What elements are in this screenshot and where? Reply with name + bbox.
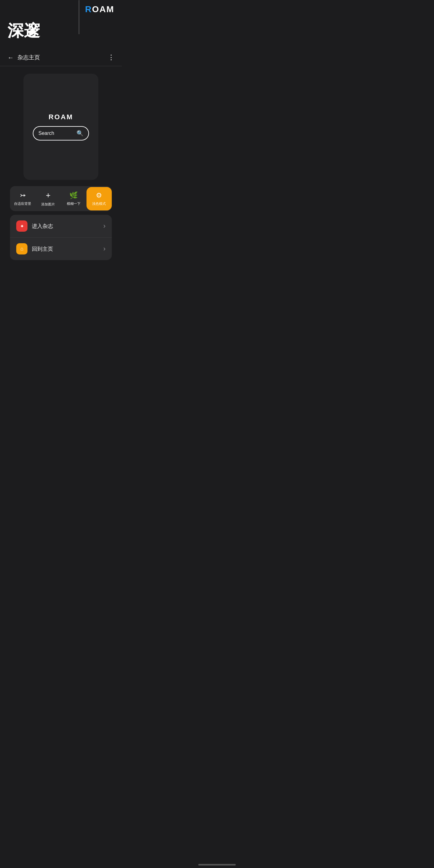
fit-bg-icon: ⤖ — [20, 191, 26, 199]
add-image-label: 添加图片 — [41, 202, 55, 207]
go-home-item[interactable]: ⌂ 回到主页 › — [10, 238, 112, 260]
page-title: 深邃 — [0, 16, 122, 49]
enter-magazine-chevron: › — [103, 222, 105, 230]
go-home-label: 回到主页 — [32, 245, 53, 253]
toolbar-fit-bg[interactable]: ⤖ 自适应背景 — [10, 187, 36, 211]
more-button[interactable]: ⋮ — [108, 53, 114, 62]
enter-magazine-icon-circle: ✦ — [16, 220, 28, 232]
enter-magazine-icon: ✦ — [20, 223, 24, 229]
header-area: ROAM 深邃 — [0, 0, 122, 49]
header-divider — [79, 0, 80, 34]
back-button[interactable]: ← — [7, 54, 14, 61]
toolbar-blur[interactable]: 🌿 模糊一下 — [61, 187, 87, 211]
enter-magazine-label: 进入杂志 — [32, 223, 53, 230]
nav-bar: ← 杂志主页 ⋮ — [0, 49, 122, 66]
toolbar-light-mode[interactable]: ⚙ 浅色模式 — [87, 187, 112, 211]
enter-magazine-item[interactable]: ✦ 进入杂志 › — [10, 215, 112, 238]
preview-card: ROAM Search 🔍 — [23, 74, 98, 180]
preview-search-text: Search — [38, 130, 54, 136]
go-home-icon: ⌂ — [20, 246, 23, 252]
add-image-icon: + — [46, 190, 51, 200]
nav-left: ← 杂志主页 — [7, 54, 40, 61]
roam-logo-top: ROAM — [85, 4, 114, 14]
go-home-chevron: › — [103, 245, 105, 253]
preview-search-bar[interactable]: Search 🔍 — [33, 126, 89, 141]
fit-bg-label: 自适应背景 — [14, 202, 31, 206]
nav-title: 杂志主页 — [18, 54, 40, 61]
toolbar-add-image[interactable]: + 添加图片 — [36, 186, 61, 211]
go-home-icon-circle: ⌂ — [16, 243, 28, 254]
light-mode-icon: ⚙ — [96, 191, 102, 199]
enter-magazine-left: ✦ 进入杂志 — [16, 220, 53, 232]
logo-r: R — [85, 4, 92, 14]
go-home-left: ⌂ 回到主页 — [16, 243, 53, 254]
main-content: ROAM Search 🔍 ⤖ 自适应背景 + 添加图片 🌿 模糊一下 ⚙ 浅色… — [0, 66, 122, 266]
preview-search-icon: 🔍 — [76, 130, 83, 137]
blur-label: 模糊一下 — [67, 202, 81, 206]
blur-icon: 🌿 — [69, 191, 78, 199]
logo-rest: OAM — [92, 4, 114, 14]
preview-logo: ROAM — [49, 113, 73, 121]
action-toolbar: ⤖ 自适应背景 + 添加图片 🌿 模糊一下 ⚙ 浅色模式 — [10, 186, 112, 211]
light-mode-label: 浅色模式 — [92, 202, 106, 206]
action-list: ✦ 进入杂志 › ⌂ 回到主页 › — [10, 215, 112, 260]
